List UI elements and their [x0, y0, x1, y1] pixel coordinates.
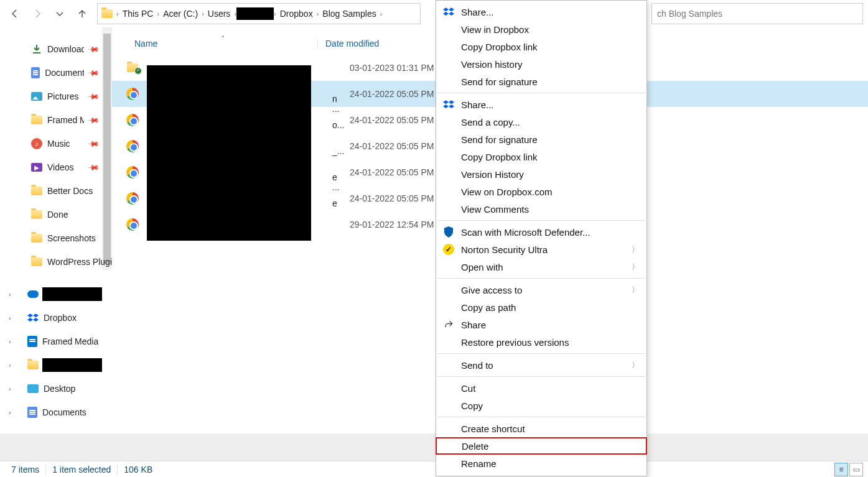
sidebar-item-better-docs[interactable]: Better Docs: [0, 179, 112, 203]
context-menu-copy-dropbox-link[interactable]: Copy Dropbox link: [436, 148, 646, 165]
sort-indicator-icon: ˄: [222, 35, 225, 42]
crumb-blog-samples[interactable]: Blog Samples: [319, 9, 380, 19]
context-menu-delete[interactable]: Delete: [436, 437, 647, 455]
sidebar-item-documents[interactable]: Documents 📌: [0, 61, 112, 85]
sidebar-item-downloads[interactable]: Downloads 📌: [0, 37, 112, 61]
context-menu-share[interactable]: Share...: [436, 96, 646, 113]
context-menu-label: Version history: [461, 59, 522, 70]
context-menu-label: Open with: [461, 262, 503, 272]
context-menu-label: View Comments: [461, 204, 529, 215]
column-name-label: Name: [134, 39, 157, 49]
navigation-bar: › This PC› Acer (C:)› Users› › Dropbox› …: [0, 0, 868, 27]
status-selected: 1 item selected: [46, 465, 118, 475]
chrome-icon: [126, 140, 139, 152]
column-date[interactable]: Date modified: [317, 39, 442, 49]
context-menu-create-shortcut[interactable]: Create shortcut: [436, 420, 646, 437]
context-menu-open-with[interactable]: Open with〉: [436, 258, 646, 276]
sidebar-item-label: Better Docs: [47, 186, 93, 196]
sidebar-item-wordpress[interactable]: WordPress Plugins: [0, 250, 112, 274]
expand-icon[interactable]: ›: [9, 361, 11, 369]
music-icon: ♪: [31, 138, 42, 149]
context-menu-label: Send to: [461, 360, 493, 371]
search-input[interactable]: ch Blog Samples: [651, 3, 863, 24]
chrome-icon: [126, 114, 139, 126]
context-menu-copy[interactable]: Copy: [436, 397, 646, 414]
context-menu-separator: [437, 417, 645, 417]
sidebar-item-redacted[interactable]: ›: [0, 353, 112, 377]
context-menu-restore-previous-versions[interactable]: Restore previous versions: [436, 333, 646, 351]
context-menu-separator: [437, 278, 645, 279]
view-large-button[interactable]: ▭: [849, 463, 863, 476]
context-menu-scan-with-microsoft-defender[interactable]: Scan with Microsoft Defender...: [436, 223, 646, 241]
context-menu-label: Cut: [461, 383, 475, 394]
breadcrumb[interactable]: › This PC› Acer (C:)› Users› › Dropbox› …: [97, 3, 421, 24]
view-details-button[interactable]: ≡: [834, 463, 848, 476]
sidebar-item-done[interactable]: Done: [0, 203, 112, 226]
context-menu-label: Send for signature: [461, 76, 538, 87]
chrome-icon: [126, 218, 139, 231]
sidebar-item-pictures[interactable]: Pictures 📌: [0, 85, 112, 108]
crumb-this-pc[interactable]: This PC: [119, 9, 157, 19]
context-menu-label: Send a copy...: [461, 117, 520, 127]
context-menu-label: Norton Security Ultra: [461, 244, 548, 255]
file-date: 24-01-2022 05:05 PM: [338, 115, 434, 125]
chrome-icon: [126, 88, 139, 100]
context-menu-cut[interactable]: Cut: [436, 379, 646, 397]
expand-icon[interactable]: ›: [9, 314, 11, 322]
context-menu-send-for-signature[interactable]: Send for signature: [436, 73, 646, 90]
sidebar: Downloads 📌 Documents 📌 Pictures 📌 Frame…: [0, 27, 112, 461]
sidebar-item-label: Downloads: [47, 44, 84, 54]
expand-icon[interactable]: ›: [9, 338, 11, 345]
file-date: 29-01-2022 12:54 PM: [338, 220, 434, 229]
sidebar-item-label: Desktop: [44, 384, 75, 394]
sidebar-item-label: Done: [47, 210, 68, 220]
sidebar-item-label: Documents: [42, 407, 86, 417]
expand-icon[interactable]: ›: [9, 385, 11, 392]
context-menu-rename[interactable]: Rename: [436, 455, 646, 472]
context-menu-send-to[interactable]: Send to〉: [436, 356, 646, 374]
context-menu-share[interactable]: Share...: [436, 3, 646, 21]
context-menu-send-a-copy[interactable]: Send a copy...: [436, 113, 646, 131]
context-menu-give-access-to[interactable]: Give access to〉: [436, 281, 646, 299]
sidebar-item-screenshots[interactable]: Screenshots: [0, 226, 112, 250]
back-button[interactable]: [5, 4, 25, 24]
up-button[interactable]: [72, 4, 92, 24]
context-menu-view-in-dropbox[interactable]: View in Dropbox: [436, 21, 646, 38]
context-menu-view-comments[interactable]: View Comments: [436, 200, 646, 218]
crumb-users[interactable]: Users: [204, 9, 235, 19]
crumb-drive[interactable]: Acer (C:): [159, 9, 202, 19]
sidebar-item-videos[interactable]: ▶ Videos 📌: [0, 155, 112, 179]
sidebar-item-label: Documents: [45, 68, 84, 78]
context-menu-copy-as-path[interactable]: Copy as path: [436, 299, 646, 316]
forward-button[interactable]: [27, 4, 47, 24]
sidebar-item-documents-tree[interactable]: › Documents: [0, 401, 112, 424]
pin-icon: 📌: [87, 161, 100, 174]
recent-dropdown[interactable]: [50, 4, 70, 24]
submenu-arrow-icon: 〉: [632, 262, 639, 272]
crumb-user-redacted[interactable]: [236, 7, 274, 20]
context-menu-label: Scan with Microsoft Defender...: [461, 227, 590, 238]
context-menu-version-history[interactable]: Version History: [436, 165, 646, 183]
context-menu-view-on-dropbox-com[interactable]: View on Dropbox.com: [436, 183, 646, 200]
sidebar-item-framed-media-tree[interactable]: › Framed Media: [0, 330, 112, 353]
sidebar-item-onedrive[interactable]: ›: [0, 282, 112, 306]
context-menu-share[interactable]: Share: [436, 316, 646, 333]
context-menu-copy-dropbox-link[interactable]: Copy Dropbox link: [436, 38, 646, 55]
context-menu-send-for-signature[interactable]: Send for signature: [436, 131, 646, 148]
dropbox-icon: [442, 7, 455, 16]
sidebar-item-desktop[interactable]: › Desktop: [0, 377, 112, 401]
sidebar-item-music[interactable]: ♪ Music 📌: [0, 132, 112, 155]
expand-icon[interactable]: ›: [9, 290, 11, 298]
sidebar-item-dropbox[interactable]: › Dropbox: [0, 306, 112, 330]
context-menu-norton-security-ultra[interactable]: ✓Norton Security Ultra〉: [436, 241, 646, 258]
context-menu-label: Send for signature: [461, 134, 538, 145]
cloud-icon: [27, 290, 39, 298]
search-placeholder: ch Blog Samples: [657, 9, 722, 19]
status-bar: 7 items 1 item selected 106 KB ≡ ▭: [0, 461, 868, 477]
crumb-dropbox[interactable]: Dropbox: [276, 9, 317, 19]
column-name[interactable]: Name ˄: [112, 39, 317, 49]
status-items: 7 items: [5, 465, 46, 475]
sidebar-item-framed-media[interactable]: Framed Media 📌: [0, 108, 112, 132]
context-menu-version-history[interactable]: Version history: [436, 55, 646, 73]
expand-icon[interactable]: ›: [9, 409, 11, 416]
